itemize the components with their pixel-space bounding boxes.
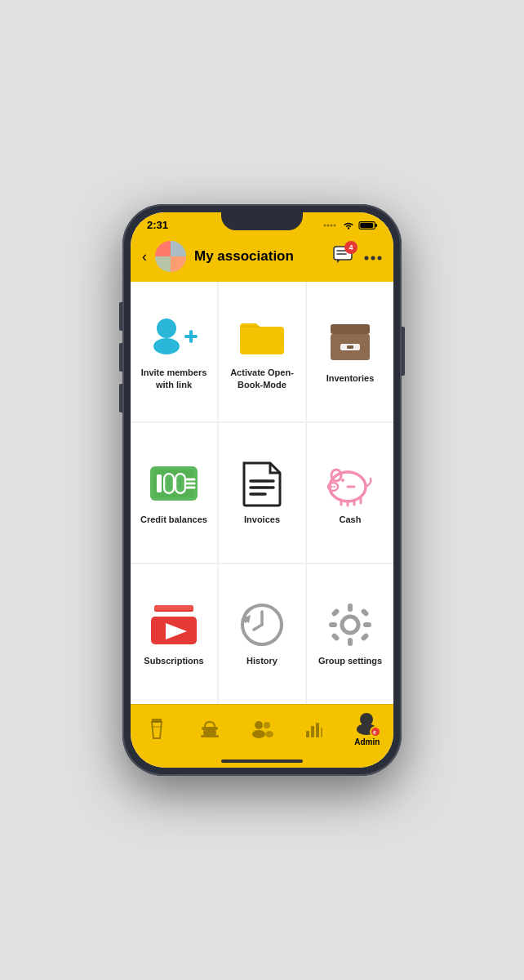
open-book-label: Activate Open-Book-Mode bbox=[224, 367, 300, 390]
stats-icon bbox=[304, 719, 324, 737]
svg-rect-11 bbox=[155, 256, 171, 272]
svg-rect-32 bbox=[157, 474, 162, 478]
svg-rect-72 bbox=[360, 633, 369, 642]
svg-rect-33 bbox=[157, 489, 162, 492]
home-bar bbox=[221, 760, 303, 763]
add-user-icon bbox=[148, 313, 200, 360]
drink-icon bbox=[148, 717, 166, 740]
hundred-icon bbox=[148, 460, 200, 507]
chat-button[interactable]: 4 bbox=[333, 246, 353, 267]
svg-rect-25 bbox=[331, 324, 370, 334]
svg-point-4 bbox=[348, 227, 349, 229]
svg-rect-71 bbox=[331, 633, 340, 642]
svg-rect-69 bbox=[331, 608, 340, 617]
svg-rect-65 bbox=[348, 604, 353, 612]
svg-rect-10 bbox=[171, 241, 186, 256]
svg-point-20 bbox=[378, 256, 382, 261]
bottom-navigation: e Admin bbox=[131, 704, 393, 756]
signal-icon bbox=[323, 221, 338, 229]
more-icon bbox=[364, 256, 382, 261]
svg-point-0 bbox=[324, 224, 326, 226]
svg-rect-85 bbox=[321, 728, 322, 737]
svg-rect-76 bbox=[203, 730, 216, 735]
svg-rect-68 bbox=[363, 622, 371, 627]
members-icon bbox=[251, 719, 273, 737]
grid-item-open-book[interactable]: Activate Open-Book-Mode bbox=[219, 282, 305, 421]
nav-admin[interactable]: e Admin bbox=[347, 711, 388, 746]
svg-point-2 bbox=[331, 224, 333, 226]
svg-line-62 bbox=[254, 625, 262, 630]
invite-members-label: Invite members with link bbox=[135, 367, 212, 390]
svg-point-47 bbox=[331, 486, 332, 488]
avatar[interactable] bbox=[155, 241, 186, 272]
svg-rect-6 bbox=[375, 224, 377, 227]
nav-stats[interactable] bbox=[294, 719, 335, 739]
inventories-label: Inventories bbox=[326, 372, 375, 384]
svg-rect-9 bbox=[155, 241, 171, 256]
svg-point-79 bbox=[252, 730, 265, 738]
back-button[interactable]: ‹ bbox=[142, 248, 147, 265]
credit-balances-label: Credit balances bbox=[140, 514, 207, 525]
svg-point-3 bbox=[334, 224, 336, 226]
status-time: 2:31 bbox=[147, 219, 168, 231]
grid-item-history[interactable]: History bbox=[219, 564, 305, 704]
svg-rect-83 bbox=[311, 726, 314, 737]
svg-point-1 bbox=[327, 224, 330, 226]
folder-icon bbox=[236, 313, 288, 360]
svg-point-78 bbox=[255, 721, 263, 729]
grid-item-credit-balances[interactable]: Credit balances bbox=[131, 423, 217, 563]
subscriptions-icon bbox=[148, 601, 200, 648]
svg-rect-67 bbox=[329, 622, 337, 627]
svg-rect-66 bbox=[348, 638, 353, 646]
more-button[interactable] bbox=[364, 249, 382, 264]
grid-item-inventories[interactable]: Inventories bbox=[307, 282, 393, 421]
grid-item-invite-members[interactable]: Invite members with link bbox=[131, 282, 217, 421]
svg-rect-70 bbox=[360, 608, 369, 617]
svg-text:e: e bbox=[373, 729, 376, 735]
group-settings-label: Group settings bbox=[318, 655, 382, 666]
svg-point-19 bbox=[371, 256, 375, 261]
svg-point-22 bbox=[157, 318, 176, 338]
grid-item-subscriptions[interactable]: Subscriptions bbox=[131, 564, 217, 704]
food-icon bbox=[200, 719, 220, 738]
svg-rect-57 bbox=[154, 605, 193, 610]
menu-grid: Invite members with link Activate Open-B… bbox=[131, 282, 393, 704]
svg-marker-17 bbox=[337, 260, 340, 263]
grid-item-cash[interactable]: Cash bbox=[307, 423, 393, 563]
settings-icon bbox=[324, 601, 376, 648]
notification-badge: 4 bbox=[344, 241, 357, 254]
app-header: ‹ My association bbox=[131, 234, 393, 282]
grid-item-invoices[interactable]: Invoices bbox=[219, 423, 305, 563]
svg-point-48 bbox=[333, 486, 335, 488]
home-indicator bbox=[131, 756, 393, 768]
cash-label: Cash bbox=[340, 514, 362, 525]
svg-rect-28 bbox=[347, 345, 353, 349]
invoice-icon bbox=[236, 460, 288, 507]
svg-rect-84 bbox=[316, 723, 319, 737]
svg-rect-12 bbox=[171, 256, 186, 272]
svg-rect-77 bbox=[201, 735, 219, 737]
svg-point-18 bbox=[365, 256, 369, 261]
svg-point-49 bbox=[341, 479, 344, 482]
battery-icon bbox=[359, 220, 377, 230]
piggy-icon bbox=[324, 460, 376, 507]
grid-item-group-settings[interactable]: Group settings bbox=[307, 564, 393, 704]
history-icon bbox=[236, 601, 288, 648]
history-label: History bbox=[246, 655, 278, 666]
nav-drinks[interactable] bbox=[136, 717, 177, 742]
svg-rect-75 bbox=[202, 727, 218, 730]
svg-point-21 bbox=[153, 338, 180, 354]
invoices-label: Invoices bbox=[244, 514, 280, 525]
nav-admin-label: Admin bbox=[354, 737, 380, 746]
svg-point-80 bbox=[264, 722, 270, 728]
svg-rect-7 bbox=[360, 222, 373, 227]
svg-rect-82 bbox=[306, 731, 309, 737]
header-actions: 4 bbox=[333, 246, 382, 267]
page-title: My association bbox=[194, 248, 325, 265]
archive-icon bbox=[324, 318, 376, 366]
admin-badge: e bbox=[370, 726, 381, 737]
nav-members[interactable] bbox=[242, 719, 282, 739]
subscriptions-label: Subscriptions bbox=[144, 655, 203, 666]
nav-food[interactable] bbox=[189, 719, 230, 740]
svg-point-81 bbox=[265, 731, 273, 737]
